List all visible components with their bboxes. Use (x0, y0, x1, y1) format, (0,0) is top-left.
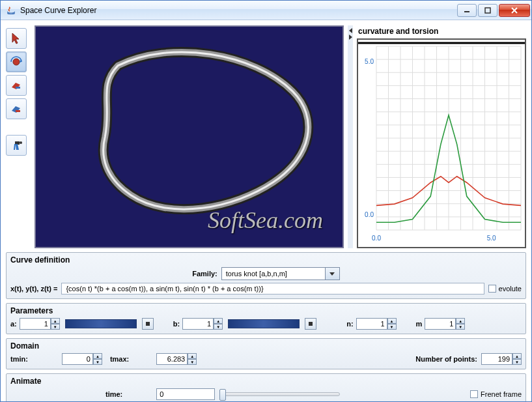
chevron-down-icon (329, 272, 335, 276)
parameters-section: Parameters a: ▲▼ b: ▲▼ (6, 303, 526, 334)
chart-title: curvature and torsion (357, 25, 526, 38)
checkbox-icon (488, 285, 496, 293)
param-a-input[interactable] (20, 318, 51, 330)
npoints-input[interactable] (481, 353, 512, 365)
camera-tool-button[interactable] (6, 135, 27, 156)
square-icon (309, 322, 313, 326)
spin-down[interactable]: ▼ (51, 324, 60, 330)
evolute-label: evolute (499, 285, 522, 293)
curve-definition-section: Curve definition Family: torus knot [a,b… (6, 252, 526, 299)
spin-down[interactable]: ▼ (188, 359, 197, 365)
param-a-slider[interactable] (65, 319, 137, 328)
param-b-slider[interactable] (228, 319, 300, 328)
formula-input[interactable]: {cos(n t) *(b + a cos(m t)), a sin(m t),… (61, 283, 484, 294)
spin-up[interactable]: ▲ (387, 318, 397, 324)
minimize-button[interactable] (457, 4, 477, 17)
rotate-tool-button[interactable] (6, 51, 27, 72)
time-input[interactable] (156, 388, 215, 400)
spin-down[interactable]: ▼ (387, 324, 397, 330)
maximize-button[interactable] (478, 4, 497, 17)
param-m-label: m (416, 320, 423, 328)
svg-point-8 (20, 141, 22, 144)
tmax-spinner[interactable]: ▲▼ (156, 353, 197, 365)
family-combo[interactable]: torus knot [a,b,n,m] (221, 267, 340, 280)
tmax-input[interactable] (156, 353, 188, 365)
svg-text:5.0: 5.0 (365, 58, 374, 65)
param-m-spinner[interactable]: ▲▼ (425, 318, 465, 330)
chart-plot[interactable]: 0.05.00.05.0 (357, 38, 526, 248)
domain-section: Domain tmin: ▲▼ tmax: ▲▼ Number of point… (6, 338, 526, 369)
param-a-label: a: (10, 320, 17, 328)
param-b-center-button[interactable] (305, 318, 316, 330)
svg-rect-6 (16, 110, 20, 112)
section-label: Domain (10, 341, 522, 351)
evolute-checkbox[interactable]: evolute (488, 285, 522, 293)
chevron-right-icon (349, 35, 352, 40)
chart-panel: curvature and torsion 0.05.00.05.0 (357, 25, 526, 248)
param-n-label: n: (346, 320, 353, 328)
svg-text:0.0: 0.0 (372, 235, 381, 242)
spin-down[interactable]: ▼ (214, 324, 223, 330)
chevron-left-icon (349, 28, 352, 33)
tmax-label: tmax: (110, 355, 129, 363)
time-label: time: (105, 390, 122, 398)
clear-red-tool-button[interactable] (6, 75, 27, 96)
clear-blue-tool-button[interactable] (6, 98, 27, 119)
window-title: Space Curve Explorer (20, 6, 457, 15)
param-b-label: b: (173, 320, 180, 328)
window-buttons (457, 4, 530, 17)
npoints-spinner[interactable]: ▲▼ (481, 353, 522, 365)
param-b-spinner[interactable]: ▲▼ (182, 318, 223, 330)
svg-point-4 (13, 59, 20, 65)
animate-section: Animate time: Frenet frame (6, 373, 526, 402)
toolbar (6, 25, 31, 248)
param-a-center-button[interactable] (142, 318, 154, 330)
frenet-checkbox[interactable]: Frenet frame (470, 390, 522, 398)
spin-up[interactable]: ▲ (214, 318, 223, 324)
spin-up[interactable]: ▲ (456, 318, 465, 324)
formula-value: {cos(n t) *(b + a cos(m t)), a sin(m t),… (66, 285, 263, 293)
3d-viewport[interactable]: SoftSea.com (35, 25, 344, 248)
spin-up[interactable]: ▲ (188, 353, 197, 359)
frenet-label: Frenet frame (481, 390, 522, 398)
time-slider[interactable] (223, 392, 340, 396)
java-icon (6, 5, 16, 16)
family-label: Family: (192, 270, 217, 278)
spin-down[interactable]: ▼ (93, 359, 102, 365)
tmin-label: tmin: (10, 355, 28, 363)
svg-rect-5 (16, 87, 20, 89)
spin-up[interactable]: ▲ (512, 353, 522, 359)
formula-label: x(t), y(t), z(t) = (10, 285, 57, 293)
tmin-input[interactable] (62, 353, 93, 365)
spin-down[interactable]: ▼ (512, 359, 522, 365)
param-a-spinner[interactable]: ▲▼ (20, 318, 60, 330)
checkbox-icon (470, 390, 478, 398)
splitter[interactable] (348, 25, 353, 248)
npoints-label: Number of points: (415, 355, 477, 363)
section-label: Curve definition (10, 255, 522, 265)
family-value: torus knot [a,b,n,m] (221, 267, 326, 280)
tmin-spinner[interactable]: ▲▼ (62, 353, 102, 365)
param-b-input[interactable] (182, 318, 214, 330)
slider-thumb[interactable] (219, 389, 226, 401)
spin-up[interactable]: ▲ (51, 318, 60, 324)
section-label: Parameters (10, 306, 522, 315)
svg-rect-1 (485, 8, 490, 13)
select-tool-button[interactable] (6, 28, 27, 49)
svg-text:5.0: 5.0 (487, 235, 496, 242)
param-n-spinner[interactable]: ▲▼ (356, 318, 397, 330)
spin-up[interactable]: ▲ (93, 353, 102, 359)
close-button[interactable] (499, 4, 530, 17)
square-icon (146, 322, 150, 326)
combo-dropdown-button[interactable] (326, 267, 340, 280)
svg-text:0.0: 0.0 (365, 211, 374, 218)
titlebar: Space Curve Explorer (1, 1, 531, 20)
param-n-input[interactable] (356, 318, 387, 330)
section-label: Animate (10, 377, 522, 386)
spin-down[interactable]: ▼ (456, 324, 465, 330)
param-m-input[interactable] (425, 318, 456, 330)
